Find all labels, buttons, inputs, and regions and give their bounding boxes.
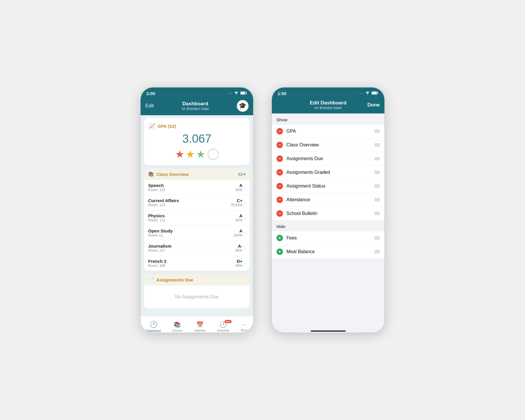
list-item[interactable]: − Assignment Status: [272, 179, 384, 193]
edit-button[interactable]: Edit: [145, 103, 154, 109]
remove-button[interactable]: −: [276, 183, 283, 189]
edit-item-left: − Assignments Graded: [276, 169, 330, 176]
edit-item-left: − Attendance: [276, 197, 310, 203]
drag-handle[interactable]: [374, 157, 380, 160]
grade-letter: A-: [235, 244, 242, 249]
remove-button[interactable]: −: [276, 155, 283, 162]
list-item[interactable]: − Attendance: [272, 193, 384, 207]
tab-calendar[interactable]: 📅 Calendar: [194, 321, 206, 332]
hide-list: + Fees + Meal Balance: [272, 231, 384, 258]
remove-button[interactable]: −: [276, 169, 283, 176]
class-info: Journalism Room: 217: [148, 244, 172, 253]
list-item[interactable]: Current Affairs Room: 123 C+ 79.83% ›: [144, 195, 250, 210]
drag-handle[interactable]: [374, 171, 380, 174]
list-item[interactable]: Physics Room: 112 A 95% ›: [144, 210, 250, 225]
class-overview-title: Class Overview: [156, 172, 189, 177]
nav-bar-left: Edit Dashboard for Brandon Adair 🎓: [141, 98, 253, 115]
edit-nav-title: Edit Dashboard: [294, 100, 362, 106]
drag-handle[interactable]: [374, 198, 380, 201]
dashboard-tab-icon: 🕐: [150, 321, 158, 328]
left-phone: 2:00 ··· Edit Dashboard for Brandon Adai…: [140, 87, 254, 333]
time-left: 2:00: [146, 91, 155, 96]
signal-dots-right: ···: [359, 92, 363, 95]
class-overview-badge[interactable]: S2 ▾: [238, 172, 246, 176]
class-grade: A 100%: [234, 228, 243, 237]
drag-handle[interactable]: [374, 130, 380, 133]
class-name: Physics: [148, 213, 165, 218]
list-item[interactable]: − Assignments Due: [272, 152, 384, 166]
drag-handle[interactable]: [374, 212, 380, 215]
svg-rect-4: [372, 92, 377, 94]
tab-more[interactable]: ··· More: [241, 321, 248, 332]
list-item[interactable]: Speech Room: 115 A 96% ›: [144, 180, 250, 195]
edit-item-label: GPA: [286, 129, 296, 134]
class-name: Journalism: [148, 244, 172, 249]
add-button[interactable]: +: [276, 235, 283, 241]
done-button[interactable]: Done: [368, 102, 380, 108]
class-room: Room: 209: [148, 264, 167, 268]
edit-item-label: Meal Balance: [286, 249, 315, 254]
edit-nav-subtitle: for Brandon Adair: [294, 106, 362, 110]
list-item[interactable]: + Fees: [272, 231, 384, 245]
tab-schedule[interactable]: 🕐 New Schedule: [217, 321, 230, 332]
gpa-value: 3.067: [149, 132, 245, 145]
edit-item-label: Assignments Graded: [286, 170, 330, 175]
home-indicator-right: [272, 328, 384, 333]
grade-pct: 90%: [235, 249, 242, 253]
list-item[interactable]: Journalism Room: 217 A- 90% ›: [144, 241, 250, 256]
edit-item-label: Attendance: [286, 197, 310, 202]
list-item[interactable]: − Class Overview: [272, 138, 384, 152]
assignments-due-card: 📄 Assignments Due No Assignments Due: [144, 274, 250, 308]
list-item[interactable]: + Meal Balance: [272, 245, 384, 258]
calendar-tab-icon: 📅: [196, 321, 204, 328]
class-room: Room: 217: [148, 249, 172, 253]
assignments-due-header-left: 📄 Assignments Due: [148, 277, 193, 283]
list-item[interactable]: − GPA: [272, 125, 384, 138]
remove-button[interactable]: −: [276, 142, 283, 148]
chevron-down-icon: ▾: [244, 172, 246, 176]
class-overview-header: 📚 Class Overview S2 ▾: [144, 169, 250, 180]
list-item[interactable]: − Assignments Graded: [272, 166, 384, 179]
class-info: Physics Room: 112: [148, 213, 165, 222]
class-overview-header-left: 📚 Class Overview: [148, 172, 189, 177]
add-button[interactable]: +: [276, 249, 283, 255]
class-info: French 2 Room: 209: [148, 259, 167, 268]
list-item[interactable]: French 2 Room: 209 D+ 69% ›: [144, 256, 250, 271]
star-empty: [208, 149, 219, 160]
gpa-card: 📈 GPA (S2) 3.067 ★ ★ ★: [144, 118, 250, 165]
remove-button[interactable]: −: [276, 128, 283, 134]
grade-pct: 96%: [235, 188, 242, 192]
tab-dashboard[interactable]: 🕐 Dashboard: [146, 321, 161, 332]
remove-button[interactable]: −: [276, 197, 283, 203]
drag-handle[interactable]: [374, 185, 380, 188]
drag-handle[interactable]: [374, 144, 380, 146]
class-name: Open Study: [148, 228, 173, 233]
show-section-header: Show: [272, 113, 384, 125]
edit-item-label: Assignments Due: [286, 156, 323, 161]
remove-button[interactable]: −: [276, 210, 283, 217]
class-name: French 2: [148, 259, 167, 264]
class-grade: A 96%: [235, 183, 242, 192]
tab-classes[interactable]: 📚 Classes: [172, 321, 183, 332]
class-info: Current Affairs Room: 123: [148, 198, 179, 207]
class-grade: A- 90%: [235, 244, 242, 253]
avatar[interactable]: 🎓: [237, 100, 249, 112]
class-overview-card: 📚 Class Overview S2 ▾ Speech Room: 115 A…: [144, 169, 250, 271]
drag-handle[interactable]: [374, 237, 380, 239]
wifi-icon: [234, 91, 239, 96]
nav-subtitle-left: for Brandon Adair: [182, 107, 209, 111]
class-info: Open Study Room: LL: [148, 228, 173, 237]
edit-nav-center: Edit Dashboard for Brandon Adair: [294, 100, 362, 110]
star-2: ★: [186, 148, 195, 160]
classes-tab-label: Classes: [172, 329, 183, 332]
drag-handle[interactable]: [374, 250, 380, 253]
class-grade: D+ 69%: [235, 259, 242, 268]
gpa-header: 📈 GPA (S2): [149, 123, 245, 129]
more-tab-icon: ···: [242, 321, 247, 328]
schedule-tab-label: Schedule: [217, 329, 230, 332]
more-tab-label: More: [241, 329, 248, 332]
grade-letter: D+: [235, 259, 242, 264]
list-item[interactable]: − School Bulletin: [272, 207, 384, 220]
list-item[interactable]: Open Study Room: LL A 100% ›: [144, 225, 250, 241]
wifi-icon-right: [365, 91, 370, 96]
